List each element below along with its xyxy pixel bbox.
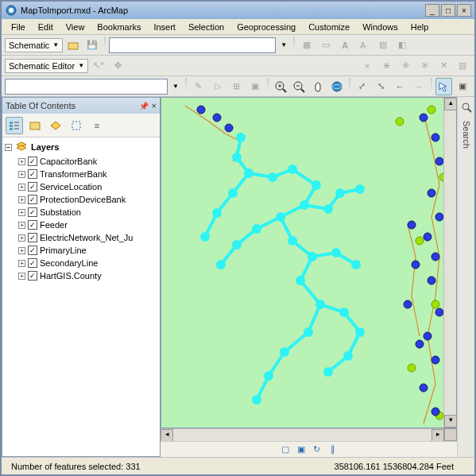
forward-extent-icon[interactable]: → (410, 78, 428, 95)
tree-item[interactable]: +✓SecondaryLine (2, 257, 160, 269)
menu-help[interactable]: Help (404, 21, 435, 33)
expand-icon[interactable]: + (18, 260, 25, 267)
tool-icon[interactable]: ◧ (393, 37, 411, 54)
tool-icon[interactable]: ▦ (298, 37, 315, 54)
menu-edit[interactable]: Edit (32, 21, 60, 33)
tree-item[interactable]: +✓ElectricNetwork_Net_Ju (2, 231, 160, 244)
fixed-zoom-in-icon[interactable]: ⤢ (354, 78, 371, 95)
refresh-icon[interactable]: ↻ (312, 444, 323, 455)
expand-icon[interactable]: + (18, 209, 25, 216)
text-tool-icon[interactable]: A (336, 37, 354, 54)
back-extent-icon[interactable]: ← (391, 78, 408, 95)
tool-icon[interactable]: ▭ (317, 37, 335, 54)
layer-checkbox[interactable]: ✓ (28, 157, 37, 166)
tree-item[interactable]: +✓ProtectionDeviceBank (2, 193, 160, 206)
schematic-name-input[interactable] (109, 37, 276, 53)
full-extent-icon[interactable] (328, 78, 346, 95)
node-tool-icon[interactable]: ⋇ (377, 57, 395, 75)
tree-item[interactable]: +✓HartGIS.County (2, 269, 160, 282)
layer-checkbox[interactable]: ✓ (28, 220, 37, 230)
save-diagram-icon[interactable]: 💾 (83, 37, 101, 54)
tree-item[interactable]: +✓Substation (2, 206, 160, 219)
layer-checkbox[interactable]: ✓ (28, 195, 37, 204)
schematic-editor-dropdown[interactable]: Schematic Editor▼ (5, 59, 88, 73)
expand-icon[interactable]: + (18, 273, 25, 280)
schematic-dropdown[interactable]: Schematic▼ (5, 38, 63, 52)
layer-checkbox[interactable]: ✓ (28, 258, 37, 268)
move-tool-icon[interactable]: ✥ (109, 57, 126, 75)
pause-drawing-icon[interactable]: ∥ (327, 444, 339, 455)
scroll-down-icon[interactable]: ▾ (444, 415, 457, 428)
collapse-icon[interactable]: − (5, 144, 12, 151)
tree-item[interactable]: +✓Feeder (2, 219, 160, 231)
tree-item[interactable]: +✓TransformerBank (2, 168, 160, 180)
expand-icon[interactable]: + (18, 247, 25, 254)
select-features-icon[interactable] (435, 78, 453, 95)
expand-icon[interactable]: + (18, 222, 25, 229)
maximize-button[interactable]: □ (441, 4, 455, 17)
dropdown-arrow-icon[interactable]: ▼ (169, 83, 182, 90)
menu-selection[interactable]: Selection (182, 21, 230, 33)
list-by-source-icon[interactable] (26, 117, 44, 134)
list-by-visibility-icon[interactable] (47, 117, 64, 134)
minimize-button[interactable]: _ (425, 4, 439, 17)
tool-icon[interactable]: ⊞ (227, 78, 245, 95)
map-canvas[interactable] (161, 98, 443, 428)
fixed-zoom-out-icon[interactable]: ⤡ (372, 78, 389, 95)
tool-icon[interactable]: ▷ (209, 78, 226, 95)
scale-input[interactable] (5, 79, 168, 95)
pan-icon[interactable] (309, 78, 327, 95)
layer-checkbox[interactable]: ✓ (28, 271, 37, 281)
scroll-up-icon[interactable]: ▴ (444, 98, 457, 110)
list-by-drawing-order-icon[interactable] (6, 117, 23, 134)
zoom-out-icon[interactable] (291, 78, 308, 95)
menu-windows[interactable]: Windows (356, 21, 404, 33)
close-button[interactable]: × (457, 4, 471, 17)
tree-item[interactable]: +✓ServiceLocation (2, 180, 160, 193)
edit-tool-icon[interactable]: ↖* (90, 57, 107, 75)
node-tool-icon[interactable]: × (358, 57, 376, 75)
list-by-selection-icon[interactable] (68, 117, 85, 134)
expand-icon[interactable]: + (18, 184, 25, 191)
expand-icon[interactable]: + (18, 196, 25, 203)
expand-icon[interactable]: + (18, 171, 25, 178)
close-panel-icon[interactable]: × (152, 101, 157, 110)
pin-icon[interactable]: 📌 (139, 102, 149, 110)
tree-root[interactable]: − Layers (2, 139, 160, 155)
layer-checkbox[interactable]: ✓ (28, 246, 37, 255)
menu-bookmarks[interactable]: Bookmarks (91, 21, 147, 33)
zoom-in-icon[interactable] (272, 78, 289, 95)
tree-item[interactable]: +✓CapacitorBank (2, 155, 160, 168)
search-sidebar[interactable]: Search (457, 97, 474, 457)
map-scrollbar-vertical[interactable]: ▴ ▾ (443, 98, 456, 428)
dropdown-arrow-icon[interactable]: ▼ (277, 41, 290, 48)
clear-selection-icon[interactable]: ▣ (454, 78, 471, 95)
layout-view-icon[interactable]: ▣ (296, 444, 307, 455)
menu-customize[interactable]: Customize (302, 21, 356, 33)
node-tool-icon[interactable]: ✕ (435, 57, 452, 75)
expand-icon[interactable]: + (18, 234, 25, 242)
node-tool-icon[interactable]: ⁜ (397, 57, 414, 75)
expand-icon[interactable]: + (18, 158, 25, 165)
layer-checkbox[interactable]: ✓ (28, 233, 37, 242)
edit-tool-icon[interactable]: ✎ (190, 78, 207, 95)
tree-item[interactable]: +✓PrimaryLine (2, 244, 160, 257)
layer-checkbox[interactable]: ✓ (28, 182, 37, 192)
menu-geoprocessing[interactable]: Geoprocessing (230, 21, 302, 33)
map-scrollbar-horizontal[interactable]: ◂ ▸ (161, 428, 444, 441)
scroll-left-icon[interactable]: ◂ (161, 429, 173, 442)
menu-file[interactable]: File (5, 21, 32, 33)
data-view-icon[interactable]: ▢ (280, 444, 291, 455)
tool-icon[interactable]: ▨ (374, 37, 392, 54)
text-tool-icon[interactable]: A· (355, 37, 373, 54)
node-tool-icon[interactable]: ※ (416, 57, 433, 75)
layer-checkbox[interactable]: ✓ (28, 169, 37, 179)
scroll-right-icon[interactable]: ▸ (431, 429, 444, 442)
tool-icon[interactable]: ▣ (246, 78, 264, 95)
toc-options-icon[interactable]: ≡ (88, 117, 106, 134)
open-diagram-icon[interactable] (64, 37, 82, 54)
menu-insert[interactable]: Insert (147, 21, 182, 33)
layout-tool-icon[interactable]: ▥ (454, 57, 471, 75)
menu-view[interactable]: View (60, 21, 91, 33)
layer-checkbox[interactable]: ✓ (28, 207, 37, 217)
